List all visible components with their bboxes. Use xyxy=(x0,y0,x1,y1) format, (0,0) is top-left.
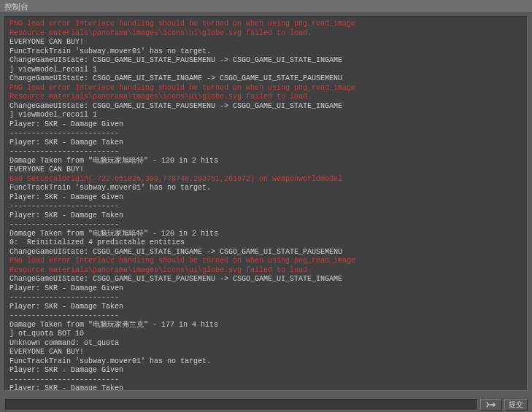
console-line: Resource materials\panorama\images\icons… xyxy=(9,266,523,276)
console-line: FuncTrackTrain 'subway.mover01' has no t… xyxy=(9,184,523,193)
console-line: Player: SKR - Damage Given xyxy=(9,120,523,130)
window-title: 控制台 xyxy=(4,2,28,11)
console-line: ] ot_quota BOT 10 xyxy=(9,330,523,339)
console-line: 0: Reinitialized 4 predictable entities xyxy=(9,238,523,248)
console-line: Player: SKR - Damage Given xyxy=(9,284,523,294)
console-line: Resource materials\panorama\images\icons… xyxy=(9,93,523,102)
console-footer: 提交 xyxy=(5,399,528,411)
console-line: Damage Taken from "电脑玩家旭暗特" - 120 in 2 h… xyxy=(9,157,523,166)
console-line: ] viewmodel_recoil 1 xyxy=(9,111,523,120)
console-line: Player: SKR - Damage Taken xyxy=(9,384,523,391)
console-line: ChangeGameUIState: CSGO_GAME_UI_STATE_PA… xyxy=(9,275,523,284)
console-line: ------------------------- xyxy=(9,293,523,303)
console-line: ------------------------- xyxy=(9,202,523,211)
console-line: Bad SetLocalOrigin(-722.651825,390,77874… xyxy=(9,175,523,184)
console-line: FuncTrackTrain 'subway.mover01' has no t… xyxy=(9,357,523,367)
console-line: ChangeGameUIState: CSGO_GAME_UI_STATE_PA… xyxy=(9,56,523,66)
console-line: ] viewmodel_recoil 1 xyxy=(9,66,523,75)
console-line: ------------------------- xyxy=(9,311,523,321)
send-button[interactable] xyxy=(480,399,502,411)
console-line: Player: SKR - Damage Taken xyxy=(9,139,523,148)
console-line: FuncTrackTrain 'subway.mover01' has no t… xyxy=(9,47,523,57)
console-line: Unknown command: ot_quota xyxy=(9,339,523,349)
console-line: Player: SKR - Damage Taken xyxy=(9,211,523,221)
console-line: ChangeGameUIState: CSGO_GAME_UI_STATE_IN… xyxy=(9,74,523,84)
console-line: ------------------------- xyxy=(9,129,523,139)
console-line: EVERYONE CAN BUY! xyxy=(9,38,523,47)
send-icon xyxy=(486,400,496,409)
console-line: Player: SKR - Damage Given xyxy=(9,366,523,376)
command-input[interactable] xyxy=(5,399,478,411)
console-line: PNG load error Interlace handling should… xyxy=(9,20,523,29)
console-line: ------------------------- xyxy=(9,220,523,230)
console-line: ChangeGameUIState: CSGO_GAME_UI_STATE_PA… xyxy=(9,102,523,112)
console-line: PNG load error Interlace handling should… xyxy=(9,257,523,266)
console-line: Resource materials\panorama\images\icons… xyxy=(9,29,523,39)
console-output: PNG load error Interlace handling should… xyxy=(4,16,528,391)
console-line: EVERYONE CAN BUY! xyxy=(9,348,523,357)
submit-button[interactable]: 提交 xyxy=(504,399,528,411)
console-line: Damage Taken from "电脑玩家旭暗特" - 120 in 2 h… xyxy=(9,230,523,239)
console-line: PNG load error Interlace handling should… xyxy=(9,84,523,93)
window-titlebar[interactable]: 控制台 xyxy=(0,0,532,13)
console-line: ------------------------- xyxy=(9,376,523,385)
console-line: ------------------------- xyxy=(9,147,523,157)
console-line: Player: SKR - Damage Given xyxy=(9,193,523,203)
console-line: Player: SKR - Damage Taken xyxy=(9,303,523,312)
console-line: EVERYONE CAN BUY! xyxy=(9,166,523,175)
console-line: ChangeGameUIState: CSGO_GAME_UI_STATE_IN… xyxy=(9,248,523,257)
console-line: Damage Taken from "电脑玩家弗兰克" - 177 in 4 h… xyxy=(9,321,523,330)
